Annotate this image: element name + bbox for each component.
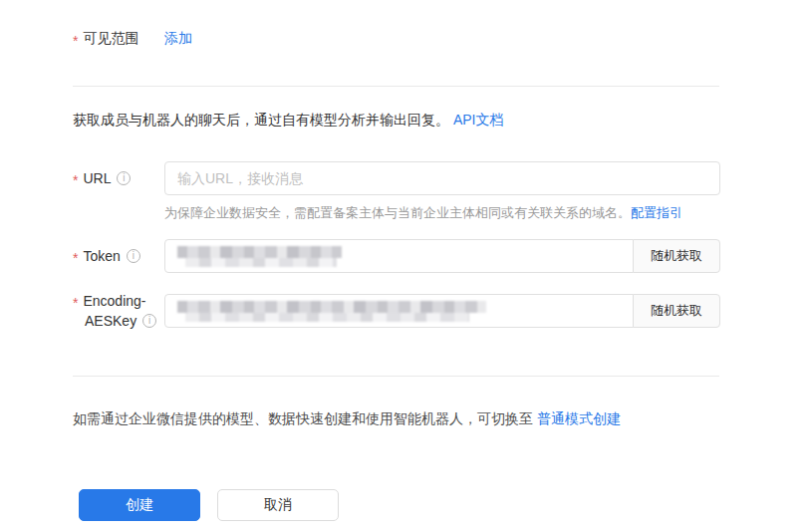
intro-line: 获取成员与机器人的聊天后，通过自有模型分析并输出回复。 API文档 [73,110,808,130]
token-row: * Token 随机获取 [73,239,808,273]
required-asterisk: * [73,172,78,188]
url-row: * URL [73,161,808,195]
normal-mode-link[interactable]: 普通模式创建 [537,410,621,426]
divider [73,376,719,377]
url-help-text: 为保障企业数据安全，需配置备案主体与当前企业主体相同或有关联关系的域名。 [164,205,631,220]
intro-text: 获取成员与机器人的聊天后，通过自有模型分析并输出回复。 [73,112,449,128]
create-button[interactable]: 创建 [79,489,200,521]
aeskey-random-button[interactable]: 随机获取 [633,294,720,328]
switch-note-text: 如需通过企业微信提供的模型、数据快速创建和使用智能机器人，可切换至 [73,410,537,426]
token-info-icon[interactable] [127,249,140,263]
cancel-button[interactable]: 取消 [217,489,339,521]
token-input[interactable] [164,239,634,273]
aeskey-row: * Encoding- AESKey 随机获取 [73,291,808,331]
token-redacted-value [177,246,342,267]
required-asterisk: * [73,33,78,49]
api-doc-link[interactable]: API文档 [453,112,504,128]
url-info-icon[interactable] [117,171,131,185]
aeskey-label-line1: Encoding- [83,291,145,311]
url-helper-line: 为保障企业数据安全，需配置备案主体与当前企业主体相同或有关联关系的域名。配置指引 [164,204,808,222]
url-label: * URL [73,170,164,186]
aeskey-info-icon[interactable] [142,314,156,328]
aeskey-redacted-value [177,301,486,322]
token-input-group: 随机获取 [164,239,720,273]
config-guide-link[interactable]: 配置指引 [631,205,682,220]
aeskey-label-line2: AESKey [85,311,136,331]
aeskey-input[interactable] [164,294,634,328]
token-label-text: Token [83,248,120,264]
visible-range-label: * 可见范围 [73,30,164,48]
aeskey-input-group: 随机获取 [164,294,720,328]
required-asterisk: * [73,293,78,313]
aeskey-label: * Encoding- AESKey [73,291,164,331]
url-label-text: URL [83,170,111,186]
required-asterisk: * [73,250,78,266]
token-random-button[interactable]: 随机获取 [633,239,720,273]
add-link[interactable]: 添加 [164,30,192,48]
divider [73,86,719,87]
token-label: * Token [73,248,164,264]
url-input[interactable] [164,161,720,195]
bot-config-form: * 可见范围 添加 获取成员与机器人的聊天后，通过自有模型分析并输出回复。 AP… [0,0,808,521]
form-actions: 创建 取消 [73,489,808,521]
visible-range-label-text: 可见范围 [83,30,138,48]
visible-range-row: * 可见范围 添加 [73,30,808,48]
switch-note-line: 如需通过企业微信提供的模型、数据快速创建和使用智能机器人，可切换至 普通模式创建 [73,408,808,428]
